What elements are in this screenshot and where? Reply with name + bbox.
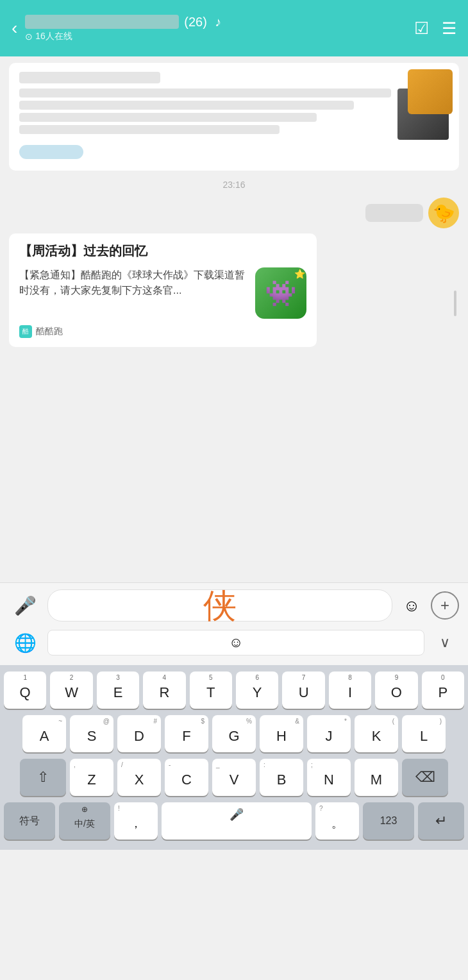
input-area: 🎤 侠 ☺ + 🌐 ☺ ∨ bbox=[0, 582, 468, 665]
language-key[interactable]: ⊕ 中/英 bbox=[59, 802, 110, 840]
key-P[interactable]: 0P bbox=[422, 672, 464, 709]
member-count: (26) bbox=[184, 15, 207, 30]
header-right-icons: ☑ ☰ bbox=[414, 19, 456, 38]
key-Q[interactable]: 1Q bbox=[4, 672, 46, 709]
key-X[interactable]: /X bbox=[117, 759, 161, 796]
message-timestamp: 23:16 bbox=[9, 180, 459, 190]
key-B[interactable]: :B bbox=[260, 759, 303, 796]
key-T[interactable]: 5T bbox=[190, 672, 232, 709]
rich-card-text: 【紧急通知】酷酷跑的《球球大作战》下载渠道暂时没有，请大家先复制下方这条官... bbox=[19, 267, 247, 298]
rich-message-wrapper: 【周活动】过去的回忆 【紧急通知】酷酷跑的《球球大作战》下载渠道暂时没有，请大家… bbox=[9, 233, 459, 347]
period-key[interactable]: ?。 bbox=[315, 802, 359, 840]
rich-card-title: 【周活动】过去的回忆 bbox=[19, 242, 306, 260]
candidate-bar[interactable]: ☺ bbox=[47, 630, 424, 655]
key-C[interactable]: -C bbox=[165, 759, 208, 796]
app-icon: 酷 bbox=[19, 325, 32, 338]
user-avatar: 🐤 bbox=[428, 198, 459, 228]
shift-key[interactable]: ⇧ bbox=[20, 759, 66, 796]
key-A[interactable]: ~A bbox=[22, 715, 66, 752]
game-emoji: 👾 bbox=[265, 278, 297, 308]
key-L[interactable]: )L bbox=[402, 715, 446, 752]
key-O[interactable]: 9O bbox=[375, 672, 417, 709]
keyboard-row-2: ~A @S #D $F %G &H *J (K )L bbox=[4, 715, 464, 752]
candidate-emoji: ☺ bbox=[229, 634, 243, 651]
group-name-blurred bbox=[25, 15, 179, 29]
comma-key[interactable]: !， bbox=[114, 802, 158, 840]
outgoing-bubble-blurred bbox=[365, 204, 423, 222]
online-text: 16人在线 bbox=[35, 31, 72, 42]
rich-message-card[interactable]: 【周活动】过去的回忆 【紧急通知】酷酷跑的《球球大作战》下载渠道暂时没有，请大家… bbox=[9, 233, 317, 347]
mic-button[interactable]: 🎤 bbox=[9, 589, 41, 621]
back-button[interactable]: ‹ bbox=[12, 18, 17, 38]
space-key[interactable]: 🎤 bbox=[162, 802, 312, 840]
keyboard-row-3: ⇧ ,Z /X -C _V :B ;N M ⌫ bbox=[4, 759, 464, 796]
input-preview-character: 侠 bbox=[203, 584, 237, 629]
header-title-area: (26) ♪ ⊙ 16人在线 bbox=[25, 15, 414, 42]
scrollbar[interactable] bbox=[454, 291, 456, 316]
game-icon: 👾 bbox=[255, 267, 306, 319]
online-status: ⊙ 16人在线 bbox=[25, 31, 414, 42]
key-W[interactable]: 2W bbox=[50, 672, 92, 709]
menu-icon[interactable]: ☰ bbox=[442, 19, 456, 38]
text-input-wrapper[interactable]: 侠 bbox=[47, 589, 392, 621]
key-H[interactable]: &H bbox=[260, 715, 303, 752]
key-D[interactable]: #D bbox=[117, 715, 161, 752]
chevron-down-button[interactable]: ∨ bbox=[431, 629, 459, 657]
chat-area: 23:16 🐤 【周活动】过去的回忆 【紧急通知】酷酷跑的《球球大作战》下载渠道… bbox=[0, 56, 468, 582]
key-J[interactable]: *J bbox=[307, 715, 351, 752]
key-U[interactable]: 7U bbox=[282, 672, 324, 709]
emoji-button[interactable]: ☺ bbox=[399, 593, 424, 618]
calendar-icon[interactable]: ☑ bbox=[414, 19, 429, 38]
delete-key[interactable]: ⌫ bbox=[402, 759, 448, 796]
key-R[interactable]: 4R bbox=[143, 672, 185, 709]
online-icon: ⊙ bbox=[25, 31, 33, 42]
input-row-main: 🎤 侠 ☺ + bbox=[9, 589, 459, 621]
key-M[interactable]: M bbox=[355, 759, 398, 796]
rich-card-body: 【紧急通知】酷酷跑的《球球大作战》下载渠道暂时没有，请大家先复制下方这条官...… bbox=[19, 267, 306, 319]
key-F[interactable]: $F bbox=[165, 715, 208, 752]
key-G[interactable]: %G bbox=[212, 715, 256, 752]
header-title: (26) ♪ bbox=[25, 15, 414, 30]
blurred-message-card bbox=[9, 63, 459, 171]
return-key[interactable]: ↵ bbox=[418, 802, 464, 840]
rich-card-footer: 酷 酷酷跑 bbox=[19, 325, 306, 338]
header: ‹ (26) ♪ ⊙ 16人在线 ☑ ☰ bbox=[0, 0, 468, 56]
key-Y[interactable]: 6Y bbox=[236, 672, 278, 709]
key-E[interactable]: 3E bbox=[97, 672, 139, 709]
plus-button[interactable]: + bbox=[431, 591, 459, 620]
globe-keyboard-button[interactable]: 🌐 bbox=[9, 627, 41, 659]
key-V[interactable]: _V bbox=[212, 759, 256, 796]
number-key[interactable]: 123 bbox=[363, 802, 414, 840]
app-name: 酷酷跑 bbox=[36, 326, 63, 337]
keyboard-row-1: 1Q 2W 3E 4R 5T 6Y 7U 8I 9O 0P bbox=[4, 672, 464, 709]
outgoing-message-row: 🐤 bbox=[9, 198, 459, 228]
sound-icon[interactable]: ♪ bbox=[215, 15, 221, 30]
input-row-secondary: 🌐 ☺ ∨ bbox=[9, 627, 459, 659]
key-N[interactable]: ;N bbox=[307, 759, 351, 796]
keyboard: 1Q 2W 3E 4R 5T 6Y 7U 8I 9O 0P ~A @S #D $… bbox=[0, 665, 468, 850]
key-Z[interactable]: ,Z bbox=[70, 759, 113, 796]
key-I[interactable]: 8I bbox=[329, 672, 371, 709]
key-K[interactable]: (K bbox=[355, 715, 398, 752]
key-S[interactable]: @S bbox=[70, 715, 113, 752]
avatar-top-right bbox=[408, 69, 453, 114]
symbol-key[interactable]: 符号 bbox=[4, 802, 55, 840]
keyboard-row-4: 符号 ⊕ 中/英 !， 🎤 ?。 123 ↵ bbox=[4, 802, 464, 840]
